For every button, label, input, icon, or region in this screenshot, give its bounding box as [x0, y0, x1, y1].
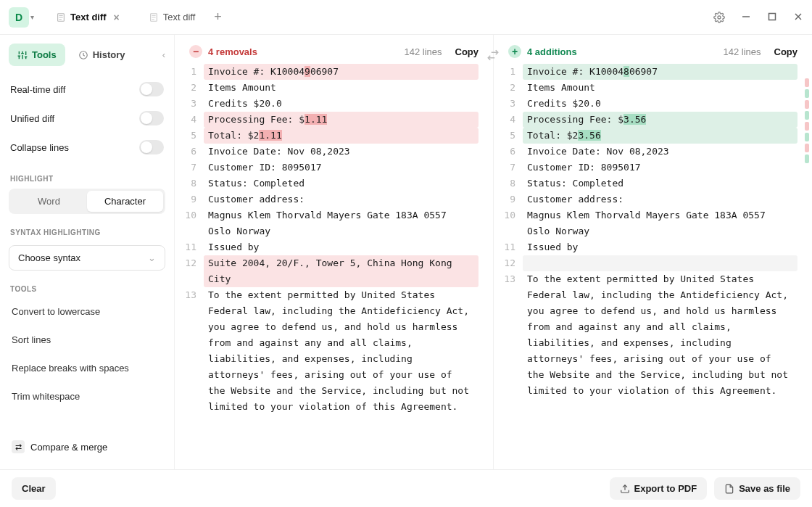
tools-section-label: TOOLS: [9, 281, 165, 296]
line-text[interactable]: Invoice #: K10004806907: [523, 64, 798, 80]
minimap[interactable]: [805, 78, 809, 163]
line-text[interactable]: Processing Fee: $3.56: [523, 112, 798, 128]
code-line: 6Invoice Date: Nov 08,2023: [175, 144, 478, 160]
line-number: 6: [494, 144, 523, 160]
code-line: 2Items Amount: [494, 80, 798, 96]
line-text[interactable]: Magnus Klem Thorvald Mayers Gate 183A 05…: [204, 207, 478, 239]
line-text[interactable]: Issued by: [204, 239, 478, 255]
code-line: 9Customer address:: [175, 191, 478, 207]
highlight-character[interactable]: Character: [87, 191, 163, 212]
line-text[interactable]: Invoice #: K10004906907: [204, 64, 478, 80]
left-pane: − 4 removals 142 lines Copy 1Invoice #: …: [174, 35, 493, 469]
save-file-button[interactable]: Save as file: [714, 477, 800, 500]
settings-icon[interactable]: [713, 12, 725, 23]
minimize-button[interactable]: [741, 12, 751, 23]
code-line: 4Processing Fee: $1.11: [175, 112, 478, 128]
highlight-word[interactable]: Word: [11, 191, 87, 212]
line-text[interactable]: Status: Completed: [204, 176, 478, 191]
line-number: 10: [175, 207, 204, 239]
line-text[interactable]: Magnus Klem Thorvald Mayers Gate 183A 05…: [523, 207, 798, 239]
line-text[interactable]: Customer ID: 8095017: [523, 160, 798, 176]
chevron-left-icon[interactable]: ‹: [162, 49, 165, 60]
code-line: 5Total: $21.11: [175, 128, 478, 144]
copy-right-button[interactable]: Copy: [774, 46, 798, 57]
code-line: 6Invoice Date: Nov 08,2023: [494, 144, 798, 160]
code-line: 3Credits $20.0: [494, 96, 798, 112]
right-pane: + 4 additions 142 lines Copy 1Invoice #:…: [493, 35, 812, 469]
left-line-count: 142 lines: [404, 46, 442, 57]
line-text[interactable]: Customer address:: [204, 191, 478, 207]
syntax-section-label: SYNTAX HIGHLIGHTING: [9, 224, 165, 239]
code-line: 9Customer address:: [494, 191, 798, 207]
line-number: 5: [494, 128, 523, 144]
line-text[interactable]: To the extent permitted by United States…: [204, 287, 478, 415]
code-line: 7Customer ID: 8095017: [494, 160, 798, 176]
code-line: 8Status: Completed: [175, 176, 478, 191]
left-code[interactable]: 1Invoice #: K100049069072Items Amount3Cr…: [175, 64, 493, 469]
code-line: 1Invoice #: K10004806907: [494, 64, 798, 80]
new-tab-button[interactable]: +: [214, 9, 222, 25]
code-line: 13To the extent permitted by United Stat…: [175, 287, 478, 415]
line-text[interactable]: Credits $20.0: [204, 96, 478, 112]
plus-icon: +: [508, 45, 521, 58]
line-text[interactable]: Suite 2004, 20/F., Tower 5, China Hong K…: [204, 255, 478, 287]
syntax-select[interactable]: Choose syntax ⌄: [9, 245, 165, 271]
code-line: 8Status: Completed: [494, 176, 798, 191]
close-icon[interactable]: ×: [114, 12, 120, 23]
line-number: 13: [175, 287, 204, 415]
svg-point-8: [718, 16, 721, 19]
minus-icon: −: [189, 45, 202, 58]
option-unified-diff: Unified diff: [9, 105, 165, 131]
app-icon[interactable]: D: [9, 7, 29, 28]
line-text[interactable]: Credits $20.0: [523, 96, 798, 112]
line-text[interactable]: [523, 255, 798, 271]
unified-toggle[interactable]: [139, 111, 164, 125]
tools-tab[interactable]: Tools: [9, 44, 65, 66]
sliders-icon: [17, 50, 28, 60]
compare-merge-button[interactable]: ⇄ Compare & merge: [9, 433, 165, 461]
line-number: 4: [494, 112, 523, 128]
line-text[interactable]: Customer ID: 8095017: [204, 160, 478, 176]
maximize-button[interactable]: [767, 12, 777, 23]
tool-replace-breaks[interactable]: Replace breaks with spaces: [9, 355, 165, 381]
titlebar: D ▾ Text diff × Text diff +: [0, 0, 812, 35]
line-text[interactable]: Items Amount: [204, 80, 478, 96]
app-menu-chevron-icon[interactable]: ▾: [30, 13, 34, 21]
tab-label: Text diff: [163, 12, 196, 22]
copy-left-button[interactable]: Copy: [455, 46, 479, 57]
line-text[interactable]: Invoice Date: Nov 08,2023: [204, 144, 478, 160]
line-number: 1: [494, 64, 523, 80]
clear-button[interactable]: Clear: [12, 477, 56, 500]
line-text[interactable]: Items Amount: [523, 80, 798, 96]
line-number: 8: [494, 176, 523, 191]
highlight-section-label: HIGHLIGHT: [9, 170, 165, 186]
line-text[interactable]: Total: $23.56: [523, 128, 798, 144]
code-line: 2Items Amount: [175, 80, 478, 96]
history-tab[interactable]: History: [70, 44, 134, 66]
right-code[interactable]: 1Invoice #: K100048069072Items Amount3Cr…: [494, 64, 812, 469]
line-text[interactable]: Issued by: [523, 239, 798, 255]
tab-text-diff-1[interactable]: Text diff ×: [49, 7, 127, 28]
code-line: 3Credits $20.0: [175, 96, 478, 112]
swap-button[interactable]: [484, 46, 502, 64]
line-text[interactable]: Status: Completed: [523, 176, 798, 191]
tab-text-diff-2[interactable]: Text diff: [141, 7, 203, 27]
line-text[interactable]: Invoice Date: Nov 08,2023: [523, 144, 798, 160]
line-number: 12: [494, 255, 523, 271]
tool-trim-whitespace[interactable]: Trim whitespace: [9, 384, 165, 409]
code-line: 7Customer ID: 8095017: [175, 160, 478, 176]
line-text[interactable]: Customer address:: [523, 191, 798, 207]
line-number: 13: [494, 271, 523, 399]
line-text[interactable]: Total: $21.11: [204, 128, 478, 144]
tool-convert-lowercase[interactable]: Convert to lowercase: [9, 299, 165, 324]
close-button[interactable]: [793, 12, 803, 23]
tool-sort-lines[interactable]: Sort lines: [9, 327, 165, 353]
line-text[interactable]: Processing Fee: $1.11: [204, 112, 478, 128]
collapse-toggle[interactable]: [139, 140, 164, 154]
line-number: 4: [175, 112, 204, 128]
realtime-toggle[interactable]: [139, 82, 164, 96]
export-pdf-button[interactable]: Export to PDF: [610, 477, 708, 500]
line-text[interactable]: To the extent permitted by United States…: [523, 271, 798, 399]
document-icon: [149, 12, 159, 22]
code-line: 4Processing Fee: $3.56: [494, 112, 798, 128]
